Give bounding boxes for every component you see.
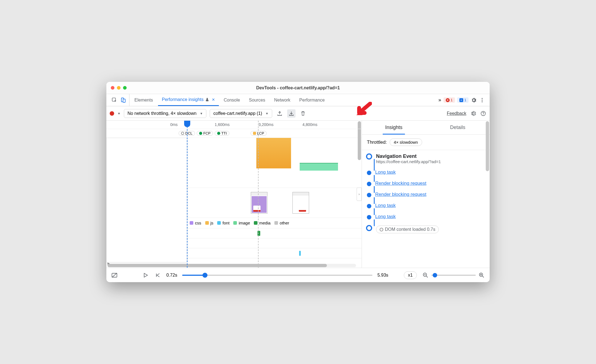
main-tabbar: Elements Performance insights × Console …	[106, 94, 490, 106]
throttle-select[interactable]: No network throttling, 4× slowdown ▼	[124, 109, 206, 118]
insights-tabs: Insights Details	[362, 121, 490, 135]
tab-details[interactable]: Details	[426, 121, 490, 134]
tab-label: Performance insights	[162, 97, 204, 102]
insights-toolbar: ▼ No network throttling, 4× slowdown ▼ c…	[106, 106, 490, 121]
flame-block-rendering	[300, 163, 338, 171]
event-link[interactable]: Long task	[375, 170, 396, 175]
titlebar: DevTools - coffee-cart.netlify.app/?ad=1	[106, 82, 490, 94]
kebab-menu-icon[interactable]	[479, 97, 485, 103]
filmstrip-thumbnail[interactable]	[251, 192, 267, 214]
event-navigation[interactable]: Navigation Event https://coffee-cart.net…	[367, 153, 486, 170]
chevron-down-icon: ▼	[200, 112, 203, 115]
svg-point-7	[483, 115, 484, 115]
event-long-task[interactable]: Long task	[367, 214, 486, 225]
close-tab-icon[interactable]: ×	[211, 97, 215, 103]
maximize-window-button[interactable]	[123, 86, 127, 90]
tab-sources[interactable]: Sources	[245, 94, 269, 106]
event-dom-loaded[interactable]: DOM content loaded 0.7s	[367, 225, 486, 233]
dom-content-loaded-chip[interactable]: DOM content loaded 0.7s	[376, 226, 439, 233]
play-button[interactable]	[142, 272, 149, 279]
inspect-element-icon[interactable]	[111, 97, 117, 103]
legend-media: media	[254, 221, 271, 225]
time-ruler: 0ms 1,600ms 3,200ms 4,800ms	[106, 121, 362, 129]
skip-to-start-button[interactable]	[154, 272, 161, 279]
svg-line-12	[426, 276, 428, 277]
feedback-link[interactable]: Feedback	[447, 111, 466, 116]
minimize-window-button[interactable]	[117, 86, 121, 90]
event-dot-icon	[367, 215, 371, 219]
tab-performance[interactable]: Performance	[296, 94, 329, 106]
timeline-horizontal-scrollbar[interactable]	[107, 264, 356, 267]
record-button[interactable]	[110, 111, 114, 116]
recording-select[interactable]: coffee-cart.netlify.app (1) ▼	[210, 109, 272, 118]
settings-gear-icon[interactable]	[471, 97, 477, 103]
tab-console[interactable]: Console	[220, 94, 244, 106]
marker-tti[interactable]: TTI	[215, 131, 229, 136]
event-long-task[interactable]: Long task	[367, 170, 486, 181]
message-badge[interactable]: ≡ 1	[457, 97, 469, 103]
event-link[interactable]: Long task	[375, 214, 396, 219]
current-time-label: 0.72s	[166, 273, 177, 278]
import-button[interactable]	[287, 109, 296, 118]
playhead-handle[interactable]	[184, 121, 190, 127]
end-time-label: 5.93s	[377, 273, 388, 278]
event-link[interactable]: Render blocking request	[375, 181, 426, 186]
panel-settings-gear-icon[interactable]	[470, 110, 476, 117]
time-tick: 1,600ms	[215, 122, 230, 127]
event-long-task[interactable]: Long task	[367, 203, 486, 214]
flame-block-scripting	[256, 138, 291, 168]
svg-line-16	[482, 276, 484, 277]
legend-other: other	[274, 221, 289, 225]
insights-panel: Insights Details Throttled: 4× slowdown …	[362, 121, 490, 268]
slider-thumb[interactable]	[202, 273, 207, 278]
secondary-marker-line	[258, 121, 259, 268]
tab-insights[interactable]: Insights	[362, 121, 426, 134]
legend-image: image	[233, 221, 250, 225]
help-icon[interactable]	[480, 110, 486, 117]
event-link[interactable]: Render blocking request	[375, 192, 426, 197]
event-title: Navigation Event	[376, 153, 441, 159]
time-tick: 3,200ms	[259, 122, 274, 127]
export-button[interactable]	[276, 109, 284, 118]
message-count: 1	[464, 98, 466, 102]
marker-label: TTI	[221, 131, 227, 135]
tti-dot-icon	[217, 132, 220, 135]
timeline-panel: 0ms 1,600ms 3,200ms 4,800ms DCL FCP TTI	[106, 121, 362, 268]
scrollbar-thumb[interactable]	[107, 264, 327, 267]
zoom-in-button[interactable]	[478, 272, 485, 279]
marker-fcp[interactable]: FCP	[197, 131, 213, 136]
panel-collapse-handle[interactable]: ›	[357, 188, 362, 201]
zoom-slider[interactable]	[431, 275, 476, 276]
event-render-blocking[interactable]: Render blocking request	[367, 192, 486, 203]
event-link[interactable]: Long task	[375, 203, 396, 208]
more-tabs-button[interactable]: »	[439, 97, 441, 103]
throttled-label: Throttled:	[367, 140, 387, 145]
error-badge[interactable]: ✕ 1	[444, 97, 455, 103]
close-window-button[interactable]	[111, 86, 114, 90]
empty-overlay	[106, 138, 187, 262]
filmstrip-thumbnail[interactable]	[292, 192, 309, 214]
playback-slider[interactable]	[182, 275, 372, 276]
replay-disabled-icon[interactable]	[111, 272, 118, 279]
record-dropdown-caret[interactable]: ▼	[117, 112, 121, 115]
device-toolbar-icon[interactable]	[120, 97, 126, 103]
devtools-window: DevTools - coffee-cart.netlify.app/?ad=1…	[106, 82, 490, 282]
marker-label: DCL	[185, 131, 192, 135]
event-dot-icon	[367, 171, 371, 175]
svg-rect-2	[123, 99, 125, 102]
tab-elements[interactable]: Elements	[131, 94, 157, 106]
event-render-blocking[interactable]: Render blocking request	[367, 181, 486, 192]
chevron-down-icon: ▼	[266, 112, 269, 115]
event-dot-icon	[367, 204, 371, 208]
fcp-dot-icon	[199, 132, 202, 135]
zoom-out-button[interactable]	[422, 272, 429, 279]
zoom-slider-thumb[interactable]	[433, 273, 437, 277]
hollow-circle-icon	[380, 228, 383, 231]
tab-network[interactable]: Network	[270, 94, 294, 106]
delete-button[interactable]	[299, 109, 307, 118]
experiment-flask-icon	[205, 98, 209, 102]
tab-performance-insights[interactable]: Performance insights ×	[158, 94, 219, 106]
playhead-line	[187, 121, 187, 268]
svg-point-5	[482, 101, 483, 102]
zoom-level-pill[interactable]: x1	[404, 271, 417, 279]
